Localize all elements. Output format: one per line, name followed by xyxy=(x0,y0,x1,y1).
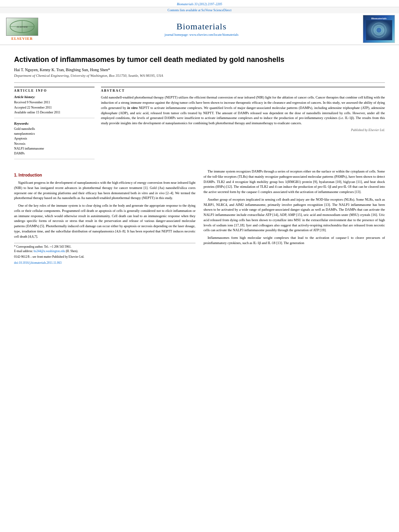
doi-label: doi: xyxy=(14,261,19,265)
journal-citation-bar: Biomaterials 33 (2012) 2197–2205 xyxy=(0,2,399,7)
right-para-1: The immune system recognizes DAMPs throu… xyxy=(204,169,385,195)
homepage-url[interactable]: www.elsevier.com/locate/biomaterials xyxy=(189,33,239,37)
elsevier-logo: ELSEVIER ELSEVIER xyxy=(4,18,40,41)
email-label: E-mail address: xyxy=(14,249,33,253)
journal-header: Biomaterials 33 (2012) 2197–2205 Content… xyxy=(0,0,399,45)
journal-citation: Biomaterials 33 (2012) 2197–2205 xyxy=(177,2,222,6)
intro-para-1: Significant progress in the development … xyxy=(14,180,195,201)
abstract-col: ABSTRACT Gold nanoshell-enabled photothe… xyxy=(101,87,385,162)
sciverse-bar: Contents lists available at SciVerse Sci… xyxy=(0,7,399,13)
article-container: Activation of inflammasomes by tumor cel… xyxy=(0,45,399,269)
biomaterials-logo: Biomaterials xyxy=(363,15,395,43)
authors: Hai T. Nguyen, Kenny K. Tran, Bingbing S… xyxy=(14,68,385,72)
article-info-label: ARTICLE INFO xyxy=(14,87,95,92)
received-date: Received 9 November 2011 xyxy=(14,100,95,105)
keyword-1: Gold nanoshells xyxy=(14,127,95,131)
published-by: Published by Elsevier Ltd. xyxy=(101,128,385,132)
abstract-text: Gold nanoshell-enabled photothermal ther… xyxy=(101,95,385,126)
article-info-abstract: ARTICLE INFO Article history: Received 9… xyxy=(14,87,385,162)
keywords-section: Keywords: Gold nanoshells nanoplasmonics… xyxy=(14,121,95,156)
keyword-4: Necrosis xyxy=(14,142,95,146)
intro-para-2: One of the key roles of the immune syste… xyxy=(14,203,195,239)
keyword-6: DAMPs xyxy=(14,151,95,156)
corresponding-text: * Corresponding author. Tel.: +1 206 543… xyxy=(14,245,72,249)
article-history-label: Article history: xyxy=(14,95,95,99)
journal-homepage: journal homepage: www.elsevier.com/locat… xyxy=(40,33,363,37)
email-address[interactable]: hs244@u.washington.edu xyxy=(34,249,65,253)
article-info-col: ARTICLE INFO Article history: Received 9… xyxy=(14,87,95,162)
journal-center: Biomaterials journal homepage: www.elsev… xyxy=(40,21,363,37)
abstract-label: ABSTRACT xyxy=(101,87,385,92)
header-content: ELSEVIER ELSEVIER Biomaterials journal h… xyxy=(0,13,399,45)
doi-link[interactable]: 10.1016/j.biomaterials.2011.11.063 xyxy=(19,261,62,265)
keyword-2: nanoplasmonics xyxy=(14,131,95,136)
left-divider-1 xyxy=(14,118,95,118)
sciverse-label: Contents lists available at xyxy=(168,8,201,12)
journal-title: Biomaterials xyxy=(40,21,363,32)
divider xyxy=(14,82,385,83)
article-body: 1. Introduction Significant progress in … xyxy=(14,169,385,265)
biomaterials-logo-text: Biomaterials xyxy=(371,17,387,20)
accepted-date: Accepted 22 November 2011 xyxy=(14,105,95,110)
body-right-col: The immune system recognizes DAMPs throu… xyxy=(204,169,385,265)
author-names: Hai T. Nguyen, Kenny K. Tran, Bingbing S… xyxy=(14,68,110,72)
email-name: (H. Shen). xyxy=(66,249,78,253)
body-left-col: 1. Introduction Significant progress in … xyxy=(14,169,195,265)
body-two-col: 1. Introduction Significant progress in … xyxy=(14,169,385,265)
elsevier-text: ELSEVIER xyxy=(11,37,33,41)
corresponding-footnote: * Corresponding author. Tel.: +1 206 543… xyxy=(14,245,195,249)
available-date: Available online 15 December 2011 xyxy=(14,110,95,115)
article-title: Activation of inflammasomes by tumor cel… xyxy=(14,55,385,64)
keyword-5: NALP3 inflammasome xyxy=(14,146,95,151)
issn-text: 0142-9612/$ – see front matter Published… xyxy=(14,255,195,259)
right-para-2: Another group of receptors implicated in… xyxy=(204,197,385,233)
svg-text:ELSEVIER: ELSEVIER xyxy=(16,26,28,28)
footnote-section: * Corresponding author. Tel.: +1 206 543… xyxy=(14,243,195,265)
homepage-label: journal homepage: xyxy=(165,33,189,37)
sciverse-link[interactable]: SciVerse ScienceDirect xyxy=(202,8,232,12)
svg-point-7 xyxy=(376,28,381,33)
elsevier-logo-image: ELSEVIER xyxy=(6,18,38,36)
left-divider-2 xyxy=(14,159,95,159)
doi-text: doi:10.1016/j.biomaterials.2011.11.063 xyxy=(14,261,195,265)
intro-heading: 1. Introduction xyxy=(14,172,195,178)
keywords-label: Keywords: xyxy=(14,121,95,125)
email-footnote: E-mail address: hs244@u.washington.edu (… xyxy=(14,249,195,254)
affiliation: Department of Chemical Engineering, Univ… xyxy=(14,74,385,78)
right-para-3: Inflammasomes form high molecular weight… xyxy=(204,235,385,246)
keyword-3: Apoptosis xyxy=(14,136,95,141)
